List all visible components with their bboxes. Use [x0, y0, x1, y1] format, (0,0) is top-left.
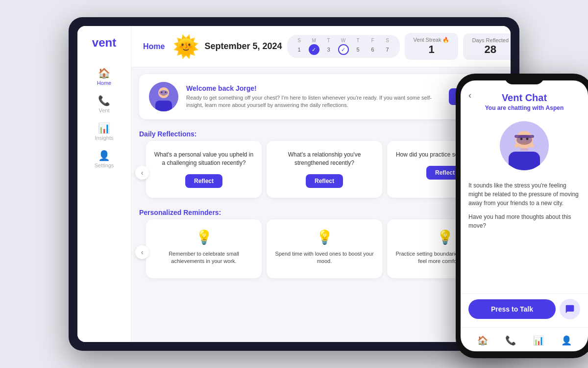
svg-point-10: [520, 138, 523, 140]
reflection-cards-row: What's a personal value you upheld in a …: [131, 141, 511, 205]
sidebar-item-vent[interactable]: 📞 Vent: [77, 91, 131, 118]
tablet-screen: vent 🏠 Home 📞 Vent 📊 Insights 👤 Settings: [77, 26, 511, 342]
svg-point-11: [526, 138, 529, 140]
sidebar-item-home[interactable]: 🏠 Home: [77, 63, 131, 91]
streak-box: Vent Streak 🔥 1: [405, 33, 459, 60]
sidebar-label-home: Home: [97, 80, 111, 86]
carousel-prev-button-2[interactable]: ‹: [135, 245, 149, 259]
chat-body: It sounds like the stress you're feeling…: [461, 175, 588, 293]
reflection-text-2: What's a relationship you've strengthene…: [274, 151, 374, 167]
phone-nav-vent[interactable]: 📞: [502, 332, 519, 349]
avatar: [149, 82, 178, 111]
date-display: September 5, 2024: [204, 41, 282, 52]
welcome-title: Welcome back Jorge!: [186, 84, 441, 92]
reminder-card-1: 💡 Remember to celebrate small achievemen…: [146, 219, 262, 278]
bulb-icon-1: 💡: [196, 229, 213, 245]
svg-rect-8: [509, 152, 540, 170]
reminder-text-1: Remember to celebrate small achievements…: [154, 250, 254, 265]
user-icon: 👤: [98, 151, 110, 160]
press-to-talk-button[interactable]: Press to Talk: [468, 299, 556, 319]
bulb-icon-3: 💡: [437, 229, 454, 245]
sidebar-item-settings[interactable]: 👤 Settings: [77, 146, 131, 173]
days-reflected-value: 28: [472, 43, 509, 56]
reflect-button-2[interactable]: Reflect: [306, 174, 343, 188]
chat-message-1: It sounds like the stress you're feeling…: [468, 181, 580, 208]
chat-message-text-2: Have you had more thoughts about this mo…: [468, 213, 571, 229]
phone-nav-home[interactable]: 🏠: [474, 332, 491, 349]
week-day-t2: T 5: [353, 38, 364, 55]
week-strip: S 1 M ✓ T 3 W: [287, 35, 400, 58]
agent-name: Aspen: [546, 105, 564, 111]
sidebar-label-insights: Insights: [95, 135, 114, 141]
svg-rect-12: [514, 135, 534, 138]
phone-screen: ‹ Vent Chat You are chatting with Aspen: [461, 80, 588, 351]
page-title: Home: [143, 42, 165, 51]
reflect-button-1[interactable]: Reflect: [185, 174, 222, 188]
reflection-card-2: What's a relationship you've strengthene…: [267, 141, 382, 198]
sidebar-item-insights[interactable]: 📊 Insights: [77, 118, 131, 146]
phone-nav-insights[interactable]: 📊: [530, 332, 547, 349]
chart-icon: 📊: [98, 123, 110, 133]
phone-bottom-nav: 🏠 📞 📊 👤: [461, 327, 588, 351]
reflection-text-1: What's a personal value you upheld in a …: [154, 151, 254, 167]
daily-reflections-label: Daily Reflections:: [131, 126, 511, 141]
welcome-banner: Welcome back Jorge! Ready to get somethi…: [139, 74, 503, 119]
sidebar-label-settings: Settings: [95, 162, 114, 168]
page-header: Home 🌞 September 5, 2024 S 1 M: [131, 26, 511, 67]
week-day-s1: S 1: [294, 38, 305, 55]
svg-point-3: [159, 90, 168, 95]
sidebar-label-vent: Vent: [98, 107, 109, 113]
phone-header: ‹ Vent Chat You are chatting with Aspen: [461, 80, 588, 116]
phone-icon: 📞: [98, 96, 110, 105]
reminders-cards-row: 💡 Remember to celebrate small achievemen…: [131, 219, 511, 285]
home-icon: 🏠: [98, 68, 110, 78]
svg-point-13: [514, 144, 518, 148]
phone-title: Vent Chat: [502, 92, 547, 104]
svg-point-5: [165, 92, 167, 93]
phone-avatar: [500, 121, 549, 170]
phone-footer: Press to Talk: [461, 293, 588, 327]
phone-notch: [505, 74, 544, 84]
sun-icon: 🌞: [172, 36, 199, 57]
carousel-prev-button[interactable]: ‹: [135, 166, 149, 180]
week-day-f: F 6: [368, 38, 378, 55]
svg-rect-15: [520, 148, 528, 151]
sidebar: vent 🏠 Home 📞 Vent 📊 Insights 👤 Settings: [77, 26, 131, 342]
streak-value: 1: [414, 43, 450, 56]
week-day-s2: S 7: [382, 38, 393, 55]
back-button[interactable]: ‹: [468, 90, 471, 101]
phone-subtitle: You are chatting with Aspen: [485, 105, 564, 111]
press-to-talk-row: Press to Talk: [468, 299, 580, 319]
week-day-m: M ✓: [309, 38, 319, 55]
welcome-text: Welcome back Jorge! Ready to get somethi…: [186, 84, 441, 109]
days-reflected-label: Days Reflected: [472, 37, 509, 43]
week-day-t1: T 3: [323, 38, 334, 55]
week-day-w: W ✓: [338, 38, 349, 55]
svg-point-14: [530, 144, 534, 148]
chat-message-2: Have you had more thoughts about this mo…: [468, 212, 580, 230]
welcome-description: Ready to get something off your chest? I…: [186, 94, 441, 109]
chat-icon-button[interactable]: [560, 299, 580, 319]
bulb-icon-2: 💡: [316, 229, 333, 245]
phone-avatar-container: [461, 116, 588, 175]
phone-nav-settings[interactable]: 👤: [558, 332, 575, 349]
svg-point-4: [161, 92, 163, 93]
main-content: Home 🌞 September 5, 2024 S 1 M: [131, 26, 511, 342]
app-logo: vent: [92, 36, 116, 50]
reminder-text-2: Spend time with loved ones to boost your…: [274, 250, 374, 265]
streak-label: Vent Streak 🔥: [414, 37, 450, 43]
chat-message-text-1: It sounds like the stress you're feeling…: [468, 182, 579, 207]
days-reflected-box: Days Reflected 28: [463, 33, 511, 60]
reflection-card-1: What's a personal value you upheld in a …: [146, 141, 262, 198]
phone-device: ‹ Vent Chat You are chatting with Aspen: [456, 74, 588, 358]
reminder-card-2: 💡 Spend time with loved ones to boost yo…: [267, 219, 382, 278]
svg-rect-2: [155, 101, 172, 111]
tablet-device: vent 🏠 Home 📞 Vent 📊 Insights 👤 Settings: [69, 17, 519, 351]
reminders-label: Personalized Reminders:: [131, 205, 511, 219]
subtitle-prefix: You are chatting with: [485, 105, 544, 111]
